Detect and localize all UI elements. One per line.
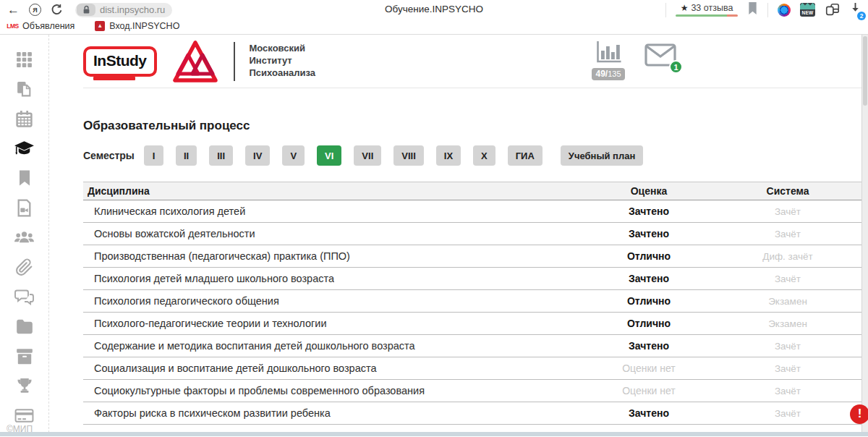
- credit-card-icon[interactable]: [14, 406, 34, 425]
- system-value: Зачёт: [775, 229, 801, 239]
- archive-icon[interactable]: [15, 347, 34, 365]
- system-value: Зачёт: [775, 363, 801, 374]
- system-value: Экзамен: [768, 318, 807, 329]
- grade-value: Отлично: [627, 250, 671, 262]
- mip-favicon: ▲: [95, 21, 105, 31]
- grid-icon[interactable]: [15, 50, 33, 69]
- extension-new-icon[interactable]: NEW: [800, 3, 815, 17]
- lms-favicon: LMS: [7, 21, 18, 31]
- column-header-discipline: Дисциплина: [83, 185, 587, 197]
- mail-button[interactable]: 1: [644, 43, 676, 69]
- instudy-logo-text: InStudy: [93, 52, 147, 69]
- discipline-link[interactable]: Психология детей младшего школьного возр…: [94, 273, 334, 284]
- page-title: Образовательный процесс: [83, 119, 865, 133]
- downloads-badge: 2: [857, 12, 866, 20]
- discipline-link[interactable]: Основы вожатской деятельности: [94, 228, 255, 239]
- sidebar-nav: ©МИП: [0, 35, 49, 436]
- reload-icon[interactable]: [51, 4, 63, 16]
- site-reviews-button[interactable]: ★ 33 отзыва: [676, 3, 738, 17]
- semester-tab[interactable]: VII: [354, 145, 381, 166]
- bookmark-item[interactable]: ▲ Вход.INPSYCHO: [95, 21, 179, 31]
- calendar-icon[interactable]: [15, 109, 33, 128]
- grade-value: Зачтено: [629, 340, 669, 352]
- browser-toolbar: ← Я dist.inpsycho.ru Обучение.INPSYCHO ★…: [0, 0, 868, 20]
- yandex-icon[interactable]: Я: [29, 4, 41, 16]
- semester-tab[interactable]: Учебный план: [561, 145, 643, 166]
- people-icon[interactable]: [14, 228, 35, 247]
- semester-tab[interactable]: III: [209, 145, 233, 166]
- table-header-row: Дисциплина Оценка Система: [83, 182, 865, 200]
- system-value: Зачёт: [775, 408, 801, 419]
- address-bar[interactable]: dist.inpsycho.ru: [75, 3, 172, 17]
- scrollbar-thumb[interactable]: [863, 36, 867, 106]
- main-content: InStudy Московский Институт Психоанализа…: [49, 35, 868, 436]
- video-file-icon[interactable]: [15, 198, 33, 217]
- system-value: Зачёт: [775, 386, 801, 396]
- discipline-link[interactable]: Производственная (педагогическая) практи…: [94, 250, 350, 262]
- divider: [665, 3, 666, 17]
- mip-triangle-logo[interactable]: [171, 41, 219, 82]
- downloads-button[interactable]: 2: [850, 2, 861, 17]
- table-row: Социализация и воспитание детей дошкольн…: [83, 357, 865, 380]
- table-row: Социокультурные факторы и проблемы совре…: [83, 380, 865, 402]
- discipline-link[interactable]: Клиническая психология детей: [94, 205, 245, 217]
- extensions-icon[interactable]: [825, 3, 841, 17]
- window-bottom-edge: [0, 432, 868, 436]
- discipline-link[interactable]: Психология педагогического общения: [94, 295, 279, 307]
- star-icon: ★: [681, 3, 689, 13]
- back-button[interactable]: ←: [7, 4, 20, 16]
- discipline-link[interactable]: Содержание и методика воспитания детей д…: [94, 340, 415, 352]
- discipline-link[interactable]: Факторы риска в психическом развитии реб…: [94, 407, 331, 419]
- url-text: dist.inpsycho.ru: [100, 4, 165, 15]
- semester-tab[interactable]: II: [176, 145, 197, 166]
- lock-icon[interactable]: [77, 4, 95, 16]
- divider: [234, 42, 235, 81]
- discipline-link[interactable]: Психолого-педагогические теории и технол…: [94, 318, 327, 329]
- column-header-grade: Оценка: [587, 185, 710, 197]
- grade-value: Зачтено: [629, 273, 669, 284]
- table-row: Психолого-педагогические теории и технол…: [83, 313, 865, 335]
- semester-tab[interactable]: IX: [436, 145, 461, 166]
- bookmark-page-icon[interactable]: [747, 1, 758, 18]
- graduation-cap-icon[interactable]: [14, 139, 35, 158]
- progress-stats-button[interactable]: 49/135: [590, 40, 627, 80]
- rating-bar: [676, 14, 738, 17]
- reviews-count-label: 33 отзыва: [691, 3, 733, 13]
- semester-tab[interactable]: VIII: [393, 145, 424, 166]
- chat-icon[interactable]: [14, 287, 35, 306]
- table-row: Производственная (педагогическая) практи…: [83, 245, 865, 268]
- semester-tab[interactable]: ГИА: [508, 145, 542, 166]
- table-row: Основы вожатской деятельности Зачтено За…: [83, 223, 865, 245]
- grade-value: Зачтено: [629, 205, 669, 217]
- table-row: Психология детей младшего школьного возр…: [83, 268, 865, 290]
- table-row: Клиническая психология детей Зачтено Зач…: [83, 200, 865, 223]
- bar-chart-icon: [595, 54, 622, 66]
- documents-icon[interactable]: [15, 80, 33, 98]
- instudy-logo-underline: [93, 77, 135, 80]
- folder-icon[interactable]: [15, 317, 34, 336]
- system-value: Зачёт: [775, 341, 801, 352]
- bookmark-label: Вход.INPSYCHO: [109, 21, 179, 31]
- semester-tab[interactable]: X: [473, 145, 495, 166]
- system-value: Экзамен: [768, 296, 807, 307]
- bookmark-icon[interactable]: [17, 169, 33, 187]
- grade-value: Отлично: [627, 295, 671, 307]
- instudy-logo[interactable]: InStudy: [83, 46, 157, 77]
- semester-tab[interactable]: VI: [317, 145, 341, 166]
- extension-circle-icon[interactable]: [778, 4, 791, 17]
- semester-tab[interactable]: V: [282, 145, 305, 166]
- trophy-icon[interactable]: [15, 376, 34, 395]
- discipline-link[interactable]: Социокультурные факторы и проблемы совре…: [94, 385, 425, 396]
- scrollbar[interactable]: [861, 35, 868, 432]
- bookmark-label: Объявления: [22, 21, 75, 31]
- extension-new-art: [800, 3, 815, 9]
- grade-value: Зачтено: [629, 228, 669, 239]
- alert-icon[interactable]: !: [850, 404, 868, 424]
- system-value: Зачёт: [775, 273, 801, 284]
- paperclip-icon[interactable]: [15, 258, 33, 276]
- semester-tab[interactable]: IV: [245, 145, 270, 166]
- new-badge-label: NEW: [800, 9, 815, 17]
- semester-tab[interactable]: I: [144, 145, 163, 166]
- discipline-link[interactable]: Социализация и воспитание детей дошкольн…: [94, 362, 377, 374]
- bookmark-item[interactable]: LMS Объявления: [7, 21, 75, 31]
